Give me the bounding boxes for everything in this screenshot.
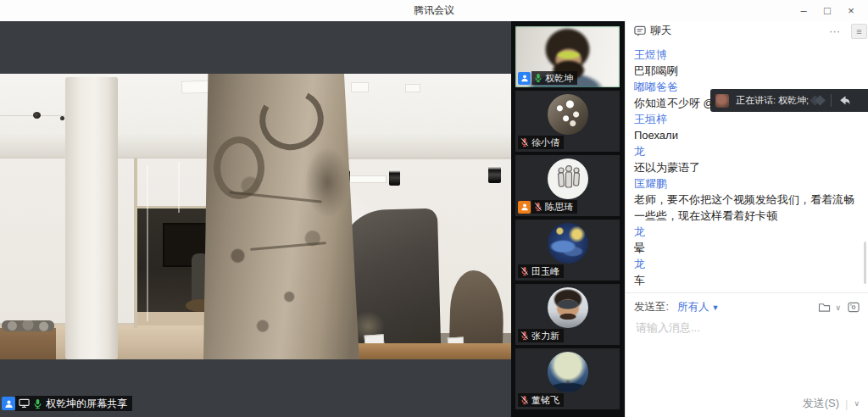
panel-handle-icon[interactable]: ≡ [851,24,867,39]
screenshot-icon[interactable] [848,302,860,313]
spotlight [389,168,400,186]
chat-message: 王煜博 巴耶喝咧 [634,47,860,79]
chat-message: 龙 晕 [634,224,860,256]
chat-message: 龙 还以为蒙语了 [634,143,860,175]
message-input[interactable] [634,320,849,335]
chat-header: 聊天 ··· ✕ [626,21,868,41]
participant-name: 田玉峰 [531,265,559,278]
speaking-toast-text: 正在讲话: 权乾坤; [736,94,809,107]
avatar [548,158,588,199]
avatar [548,352,588,392]
message-sender[interactable]: 龙 [634,256,860,272]
chat-folder-icon[interactable] [818,302,832,313]
ceiling-vent [351,82,369,92]
stone-shadow [305,147,349,218]
send-to-selector[interactable]: 所有人 [677,300,709,314]
message-text: 晕 [634,240,860,256]
display-case [0,328,56,359]
participant-name-bar: 徐小倩 [518,136,564,149]
message-sender[interactable]: 王煜博 [634,47,860,63]
chat-more-button[interactable]: ··· [829,25,840,36]
participant-name: 徐小倩 [531,136,559,149]
logo-watermark-icon [814,97,824,104]
share-source-label: 权乾坤的屏幕共享 [2,396,132,411]
mic-muted-icon [520,137,529,147]
shared-screen-video [0,74,511,359]
message-sender[interactable]: 王垣梓 [634,111,860,127]
participant-tile[interactable]: 陈思琦 [515,155,620,216]
participant-tile[interactable]: 权乾坤 [515,26,620,87]
participant-name-bar: 田玉峰 [518,264,564,278]
mic-muted-icon [520,266,529,276]
chat-message: 匡耀鹏 老师，要不你把这个视频发给我们，看着流畅一些些，现在这样看着好卡顿 [634,175,860,224]
user-badge-icon [518,201,531,214]
display-stones [2,320,54,331]
chat-bubble-icon [634,25,646,37]
maximize-button[interactable]: □ [815,0,839,21]
message-sender[interactable]: 龙 [634,224,860,240]
participant-name-bar: 陈思琦 [518,200,577,214]
chat-message: 王垣梓 Поехали [634,111,860,143]
send-to-row: 发送至: 所有人 ▼ ∨ [626,293,868,314]
spotlight [488,164,501,183]
mic-muted-icon [520,395,529,405]
ceiling-vent [405,84,420,92]
chat-panel-title: 聊天 [650,24,819,38]
send-row: 发送(S) | ∨ [803,396,860,411]
send-options-caret-icon[interactable]: ∨ [854,399,860,408]
avatar [548,94,588,135]
toast-divider [831,94,832,107]
window-title: 腾讯会议 [414,3,454,18]
participant-tile[interactable]: 董铭飞 [515,348,620,409]
security-camera [60,116,64,120]
folder-caret-icon[interactable]: ∨ [835,303,841,312]
compose-area: 发送至: 所有人 ▼ ∨ 发送(S) | ∨ [626,292,868,417]
mic-muted-icon [534,202,542,212]
carving-swirl [253,81,331,157]
toast-collapse-arrow-icon[interactable] [838,95,851,106]
chat-panel: 聊天 ··· ✕ 王煜博 巴耶喝咧 嘟嘟爸爸 你知道不少呀 @王 王垣梓 Пое… [625,21,868,417]
message-text: 老师，要不你把这个视频发给我们，看着流畅一些些，现在这样看着好卡顿 [634,192,860,224]
message-text: 车 [634,272,860,288]
carving-ring [214,136,264,199]
chat-message-list: 王煜博 巴耶喝咧 嘟嘟爸爸 你知道不少呀 @王 王垣梓 Поехали 龙 还以… [626,41,868,288]
message-text: Поехали [634,127,860,143]
message-sender[interactable]: 匡耀鹏 [634,175,860,192]
participant-tile[interactable]: 徐小倩 [515,91,620,152]
presenter-user-icon [2,397,15,410]
send-to-label: 发送至: [634,300,669,314]
participant-tile[interactable]: 张力新 [515,284,620,345]
avatar [548,287,588,328]
speaking-toast: 正在讲话: 权乾坤; [710,89,868,112]
message-text: 巴耶喝咧 [634,63,860,79]
user-badge-icon [518,72,531,85]
ceiling-soffit [332,157,511,159]
title-bar: 腾讯会议 – □ × [0,0,868,22]
stone-crack [250,242,326,251]
share-label-text: 权乾坤的屏幕共享 [46,397,127,411]
send-button[interactable]: 发送(S) [803,396,839,411]
participant-name-bar: 权乾坤 [518,71,577,85]
send-to-caret-icon[interactable]: ▼ [711,303,719,312]
avatar [548,223,588,264]
participant-tile[interactable]: 田玉峰 [515,220,620,281]
screen-share-stage: 权乾坤的屏幕共享 [0,21,511,417]
participant-name-bar: 张力新 [518,329,564,342]
chat-scrollbar[interactable] [864,242,866,284]
window-controls: – □ × [792,0,863,21]
tencent-meeting-window: 腾讯会议 – □ × [0,0,868,417]
mic-on-icon [33,398,42,409]
carved-stone-pillar [203,74,359,359]
white-column [65,77,118,359]
message-sender[interactable]: 龙 [634,143,860,159]
message-text: 还以为蒙语了 [634,159,860,175]
glass-reflection [147,165,148,321]
mic-muted-icon [520,331,529,341]
minimize-button[interactable]: – [792,0,815,21]
glass-reflection [178,162,180,213]
speaker-avatar [715,94,729,108]
participant-name: 董铭飞 [531,394,559,407]
send-divider: | [845,398,848,410]
participant-strip: 权乾坤 徐小倩 陈思琦 [511,21,625,417]
close-window-button[interactable]: × [839,0,863,21]
